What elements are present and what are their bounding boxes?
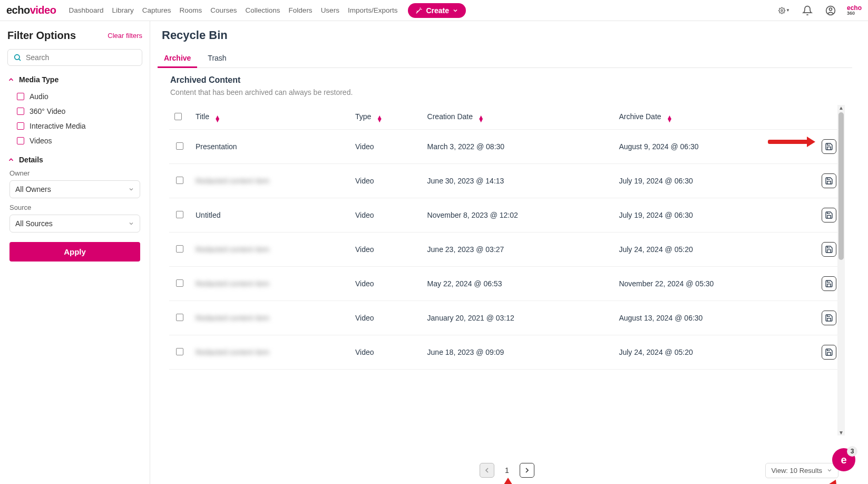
nav-library[interactable]: Library: [108, 4, 138, 16]
page-title: Recycle Bin: [162, 28, 852, 42]
col-creation-label: Creation Date: [427, 112, 473, 121]
chevron-down-icon: [128, 186, 134, 192]
media-type-option[interactable]: Interactive Media: [7, 119, 142, 133]
restore-button[interactable]: [822, 139, 836, 154]
nav-folders[interactable]: Folders: [285, 4, 317, 16]
search-input[interactable]: [26, 53, 136, 62]
media-type-option[interactable]: 360° Video: [7, 104, 142, 119]
pagination-footer: 1 View: 10 Results: [162, 457, 852, 484]
table-row: UntitledVideoNovember 8, 2023 @ 12:02Jul…: [169, 198, 845, 233]
chevron-down-icon: [452, 7, 459, 14]
view-results-select[interactable]: View: 10 Results: [765, 463, 838, 478]
media-type-option[interactable]: Audio: [7, 89, 142, 104]
search-box[interactable]: [7, 49, 142, 66]
table-row: Redacted content itemVideoJanuary 20, 20…: [169, 301, 845, 335]
table-row: PresentationVideoMarch 3, 2022 @ 08:30Au…: [169, 130, 845, 164]
restore-button[interactable]: [822, 242, 836, 257]
col-creation-date[interactable]: Creation Date ▲▼: [422, 105, 614, 130]
media-type-section-toggle[interactable]: Media Type: [7, 75, 142, 84]
row-creation-date: June 30, 2023 @ 14:13: [422, 164, 614, 198]
account-user-icon[interactable]: [825, 5, 836, 16]
tab-trash[interactable]: Trash: [206, 51, 228, 67]
row-archive-date: November 22, 2024 @ 05:30: [613, 267, 813, 301]
row-archive-date: July 19, 2024 @ 06:30: [613, 198, 813, 233]
clear-filters-link[interactable]: Clear filters: [108, 32, 142, 40]
svg-point-2: [829, 8, 832, 11]
table-row: Redacted content itemVideoJune 18, 2023 …: [169, 335, 845, 370]
row-checkbox[interactable]: [176, 245, 183, 253]
col-archive-date[interactable]: Archive Date ▲▼: [613, 105, 813, 130]
media-type-option[interactable]: Videos: [7, 133, 142, 148]
filter-options-heading: Filter Options: [7, 30, 76, 42]
owner-select[interactable]: All Owners: [9, 180, 140, 198]
row-checkbox[interactable]: [176, 314, 183, 321]
create-button[interactable]: Create: [408, 3, 466, 18]
fab-badge: 3: [847, 446, 857, 457]
annotation-arrow-view-results: [814, 478, 840, 484]
row-title[interactable]: Redacted content item: [196, 177, 269, 185]
col-type[interactable]: Type ▲▼: [350, 105, 422, 130]
scroll-down-icon[interactable]: ▼: [837, 430, 845, 435]
row-title[interactable]: Redacted content item: [196, 279, 269, 288]
row-checkbox[interactable]: [176, 279, 183, 287]
main-content: Recycle Bin Archive Trash Archived Conte…: [150, 21, 868, 484]
row-creation-date: November 8, 2023 @ 12:02: [422, 198, 614, 233]
nav-users[interactable]: Users: [317, 4, 344, 16]
sort-icon: ▲▼: [214, 115, 221, 122]
nav-collections[interactable]: Collections: [241, 4, 285, 16]
source-select[interactable]: All Sources: [9, 215, 140, 233]
scroll-up-icon[interactable]: ▲: [837, 105, 845, 111]
next-page-button[interactable]: [520, 463, 534, 478]
nav-captures[interactable]: Captures: [138, 4, 175, 16]
sort-icon: ▲▼: [478, 115, 484, 122]
tab-archive[interactable]: Archive: [162, 51, 193, 67]
logo[interactable]: echovideo: [6, 4, 56, 16]
search-icon: [13, 53, 22, 62]
row-title[interactable]: Redacted content item: [196, 245, 269, 254]
row-title[interactable]: Presentation: [196, 142, 237, 151]
owner-label: Owner: [9, 169, 142, 177]
chevron-down-icon: [826, 467, 833, 473]
option-label: Videos: [30, 137, 52, 145]
prev-page-button[interactable]: [480, 463, 494, 478]
checkbox-icon: [17, 137, 24, 144]
row-title[interactable]: Redacted content item: [196, 314, 269, 322]
scroll-thumb[interactable]: [838, 112, 844, 260]
details-section-toggle[interactable]: Details: [7, 156, 142, 164]
scrollbar[interactable]: ▲ ▼: [837, 105, 845, 435]
restore-button[interactable]: [822, 173, 836, 188]
nav-imports-exports[interactable]: Imports/Exports: [344, 4, 402, 16]
option-label: 360° Video: [30, 107, 65, 115]
row-title[interactable]: Redacted content item: [196, 348, 269, 356]
source-label: Source: [9, 204, 142, 211]
archived-content-table: Title ▲▼ Type ▲▼ Creation Date ▲▼ Arch: [169, 105, 845, 370]
settings-gear-icon[interactable]: ▼: [778, 5, 790, 16]
logo-part2: video: [30, 4, 56, 16]
row-type: Video: [350, 164, 422, 198]
select-all-checkbox[interactable]: [174, 113, 182, 120]
row-checkbox[interactable]: [176, 177, 183, 184]
source-value: All Sources: [15, 219, 53, 228]
option-label: Audio: [30, 92, 48, 101]
echo360-logo[interactable]: echo 360: [847, 5, 862, 16]
nav-rooms[interactable]: Rooms: [175, 4, 207, 16]
apply-button[interactable]: Apply: [9, 242, 140, 262]
col-title[interactable]: Title ▲▼: [190, 105, 350, 130]
row-archive-date: August 13, 2024 @ 06:30: [613, 301, 813, 335]
restore-button[interactable]: [822, 311, 836, 325]
nav-courses[interactable]: Courses: [206, 4, 241, 16]
row-type: Video: [350, 267, 422, 301]
row-title[interactable]: Untitled: [196, 211, 220, 219]
sort-icon: ▲▼: [376, 115, 383, 122]
restore-button[interactable]: [822, 276, 836, 291]
sort-icon: ▲▼: [666, 115, 672, 122]
row-checkbox[interactable]: [176, 142, 183, 150]
restore-button[interactable]: [822, 208, 836, 222]
notifications-bell-icon[interactable]: [802, 5, 813, 16]
row-checkbox[interactable]: [176, 348, 183, 355]
help-fab[interactable]: e 3: [832, 448, 855, 471]
restore-button[interactable]: [822, 345, 836, 360]
row-checkbox[interactable]: [176, 211, 183, 218]
logo-part1: echo: [6, 4, 30, 16]
nav-dashboard[interactable]: Dashboard: [64, 4, 108, 16]
